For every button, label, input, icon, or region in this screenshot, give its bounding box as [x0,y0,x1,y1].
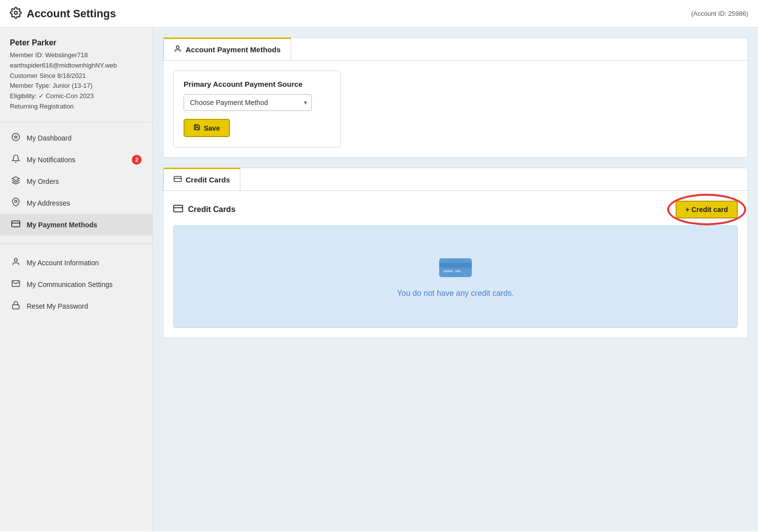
cc-section-title: Credit Cards [173,204,235,215]
sidebar-item-notifications[interactable]: My Notifications 2 [0,149,152,171]
sidebar-item-comm-settings[interactable]: My Communication Settings [0,274,152,295]
user-member-id: Member ID: Webslinger718 [10,50,143,61]
save-icon [193,124,200,132]
sidebar-label-account-info: My Account Information [27,259,99,267]
primary-source-label: Primary Account Payment Source [184,80,331,88]
page-header: Account Settings (Account ID: 25986) [0,0,758,28]
svg-rect-10 [174,177,182,182]
dashboard-icon [11,133,21,143]
user-since: Customer Since 8/18/2021 [10,71,143,81]
payment-method-select[interactable]: Choose Payment Method [184,94,312,111]
user-member-type: Member Type: Junior (13-17) [10,81,143,91]
primary-payment-source-box: Primary Account Payment Source Choose Pa… [173,71,341,147]
tab-label-credit-cards: Credit Cards [186,176,230,184]
svg-point-4 [15,200,17,203]
user-name: Peter Parker [10,38,143,47]
sidebar-label-dashboard: My Dashboard [27,134,72,142]
payment-method-select-wrapper: Choose Payment Method ▾ [184,94,312,111]
sidebar-item-orders[interactable]: My Orders [0,171,152,192]
card-icon-tab [174,175,182,184]
card-icon-nav [11,219,21,230]
save-label: Save [204,124,220,132]
empty-state: You do not have any credit cards. [173,225,738,328]
save-button[interactable]: Save [184,119,230,137]
tab-user-icon [174,45,182,54]
gear-icon [10,7,22,20]
sidebar-item-reset-password[interactable]: Reset My Password [0,295,152,317]
sidebar-label-reset-password: Reset My Password [27,302,88,310]
credit-cards-panel: Credit Cards Credit Cards + Credit car [163,168,748,338]
user-email: earthspider616@midtownhighNY.web [10,61,143,71]
svg-point-0 [14,11,17,14]
svg-point-7 [14,258,17,261]
main-layout: Peter Parker Member ID: Webslinger718 ea… [0,28,758,532]
user-icon [11,257,21,268]
cc-title-text: Credit Cards [188,205,235,214]
empty-state-card-icon [438,255,473,280]
tab-bar-1: Account Payment Methods [163,38,748,61]
user-info: Peter Parker Member ID: Webslinger718 ea… [0,28,152,122]
svg-rect-12 [174,205,183,212]
sidebar-label-comm-settings: My Communication Settings [27,281,113,288]
add-credit-card-button[interactable]: + Credit card [676,201,738,218]
svg-point-9 [176,46,179,48]
sidebar-item-payment[interactable]: My Payment Methods [0,214,152,236]
main-content: Account Payment Methods Primary Account … [153,28,758,532]
nav-primary: My Dashboard My Notifications 2 [0,122,152,241]
svg-rect-17 [455,270,461,272]
svg-rect-16 [443,270,453,272]
svg-rect-5 [12,221,20,227]
cc-header-row: Credit Cards + Credit card [173,201,738,218]
page-title: Account Settings [27,7,116,20]
tab-label-payment-methods: Account Payment Methods [186,45,281,54]
svg-point-2 [15,136,17,139]
sidebar-item-account-info[interactable]: My Account Information [0,252,152,274]
sidebar-label-notifications: My Notifications [27,156,76,164]
tab-account-payment-methods[interactable]: Account Payment Methods [163,37,291,60]
lock-icon [11,301,21,312]
orders-icon [11,176,21,187]
panel-body-payment: Primary Account Payment Source Choose Pa… [163,61,748,157]
account-id: (Account ID: 25986) [691,10,748,17]
sidebar-label-addresses: My Addresses [27,199,70,207]
nav-divider [0,244,152,244]
bell-icon [11,154,21,165]
tab-bar-2: Credit Cards [163,168,748,191]
user-registration: Returning Registration [10,102,143,112]
add-credit-card-wrapper: + Credit card [676,201,738,218]
svg-rect-8 [12,305,19,309]
svg-point-1 [12,133,20,141]
user-eligibility: Eligibility: ✓ Comic-Con 2023 [10,91,143,102]
panel-body-credit-cards: Credit Cards + Credit card Yo [163,191,748,338]
notifications-badge: 2 [132,155,142,165]
card-icon-section [173,204,183,215]
header-left: Account Settings [10,7,116,20]
sidebar-item-addresses[interactable]: My Addresses [0,192,152,214]
sidebar-label-payment: My Payment Methods [27,221,97,229]
envelope-icon [11,279,21,290]
sidebar-label-orders: My Orders [27,177,59,185]
sidebar: Peter Parker Member ID: Webslinger718 ea… [0,28,153,532]
payment-methods-panel: Account Payment Methods Primary Account … [163,37,748,158]
pin-icon [11,198,21,209]
svg-rect-15 [439,263,472,268]
empty-state-text: You do not have any credit cards. [397,289,514,298]
nav-secondary: My Account Information My Communication … [0,247,152,322]
tab-credit-cards[interactable]: Credit Cards [163,168,240,190]
sidebar-item-dashboard[interactable]: My Dashboard [0,127,152,149]
svg-marker-3 [12,177,20,180]
